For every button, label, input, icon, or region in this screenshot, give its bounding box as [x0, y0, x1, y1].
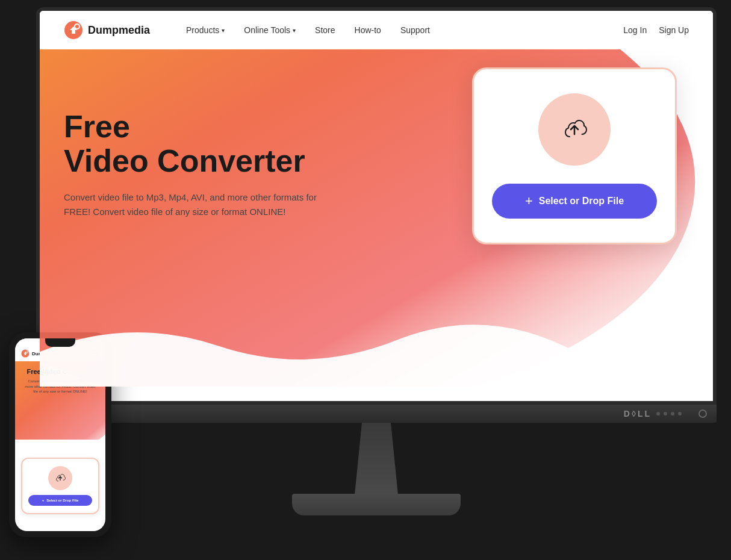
nav-online-tools[interactable]: Online Tools ▾ — [244, 25, 296, 35]
monitor: Dumpmedia Products ▾ Online Tools ▾ Stor… — [36, 7, 717, 429]
phone-plus-icon: + — [42, 499, 45, 502]
phone-upload-label: Select or Drop File — [46, 499, 78, 502]
select-drop-file-button[interactable]: + Select or Drop File — [492, 184, 657, 219]
hero-wave-svg — [40, 316, 713, 387]
monitor-brand: D◊LL — [624, 409, 652, 418]
monitor-stand — [292, 494, 461, 515]
phone-upload-card: + Select or Drop File — [21, 458, 99, 514]
nav-store[interactable]: Store — [315, 25, 335, 35]
nav-links: Products ▾ Online Tools ▾ Store How-to — [186, 25, 623, 35]
login-link[interactable]: Log In — [623, 25, 647, 35]
website: Dumpmedia Products ▾ Online Tools ▾ Stor… — [40, 11, 713, 401]
scene: Dumpmedia Products ▾ Online Tools ▾ Stor… — [0, 0, 731, 560]
monitor-screen: Dumpmedia Products ▾ Online Tools ▾ Stor… — [36, 7, 717, 405]
nav-products[interactable]: Products ▾ — [186, 25, 225, 35]
monitor-power-button[interactable] — [698, 409, 707, 418]
brand-name: Dumpmedia — [88, 24, 150, 37]
hero-section: Free Video Converter Convert video file … — [40, 49, 713, 387]
nav-howto[interactable]: How-to — [355, 25, 381, 35]
hero-description: Convert video file to Mp3, Mp4, AVI, and… — [64, 190, 317, 219]
monitor-dots — [656, 412, 682, 415]
logo-icon — [64, 20, 83, 40]
signup-link[interactable]: Sign Up — [659, 25, 689, 35]
upload-btn-label: Select or Drop File — [539, 196, 624, 207]
phone-upload-circle — [48, 466, 72, 490]
nav-support[interactable]: Support — [400, 25, 430, 35]
hero-title: Free Video Converter — [64, 110, 365, 178]
products-chevron-icon: ▾ — [222, 27, 225, 34]
navbar: Dumpmedia Products ▾ Online Tools ▾ Stor… — [40, 11, 713, 49]
upload-card: + Select or Drop File — [472, 67, 677, 244]
nav-auth: Log In Sign Up — [623, 25, 689, 35]
phone-notch — [45, 338, 75, 347]
monitor-bezel: D◊LL — [36, 405, 717, 423]
monitor-dot-4 — [678, 412, 682, 415]
online-tools-chevron-icon: ▾ — [293, 27, 296, 34]
logo[interactable]: Dumpmedia — [64, 20, 150, 40]
upload-circle — [538, 93, 611, 166]
monitor-neck — [352, 423, 400, 495]
phone-upload-icon — [54, 471, 67, 485]
hero-content: Free Video Converter Convert video file … — [64, 86, 365, 219]
upload-icon — [559, 114, 590, 145]
phone-select-drop-button[interactable]: + Select or Drop File — [28, 495, 92, 506]
monitor-dot-3 — [671, 412, 674, 415]
phone-logo-icon — [21, 349, 30, 358]
svg-point-2 — [75, 25, 79, 28]
monitor-dot-1 — [656, 412, 660, 415]
monitor-dot-2 — [664, 412, 667, 415]
svg-point-7 — [26, 351, 28, 353]
plus-icon: + — [525, 193, 533, 209]
